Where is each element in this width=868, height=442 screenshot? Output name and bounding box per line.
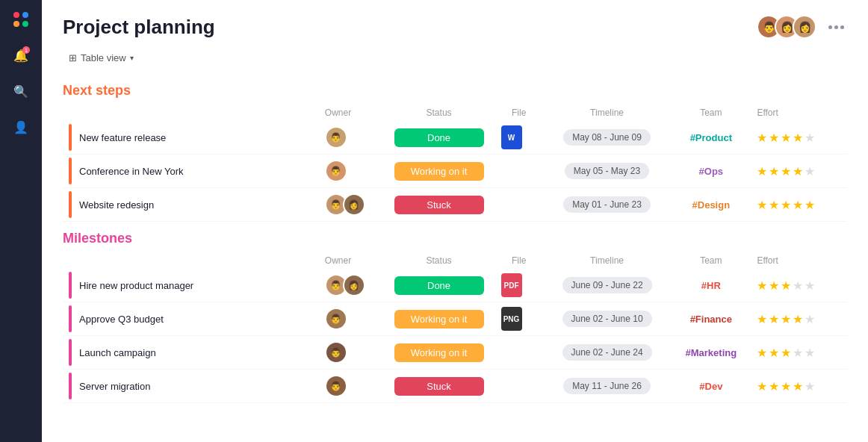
col-header-team-m: Team bbox=[671, 252, 751, 269]
timeline-badge: May 01 - June 23 bbox=[563, 196, 651, 213]
star-2: ★ bbox=[769, 312, 779, 326]
effort-cell: ★★★★★ bbox=[751, 188, 847, 222]
star-5: ★ bbox=[805, 198, 815, 212]
task-border bbox=[69, 191, 72, 218]
file-icon-png: PNG bbox=[501, 307, 522, 331]
next-steps-header-row: Owner Status File Timeline Team Effort bbox=[63, 105, 847, 121]
timeline-badge: June 02 - June 24 bbox=[562, 344, 652, 361]
task-name: Website redesign bbox=[79, 199, 154, 211]
page-header: Project planning 👨 👩 👩 bbox=[42, 0, 868, 46]
star-2: ★ bbox=[769, 164, 779, 178]
milestones-table: Owner Status File Timeline Team Effort H… bbox=[63, 252, 847, 403]
star-4: ★ bbox=[793, 278, 803, 293]
timeline-cell: June 09 - June 22 bbox=[543, 269, 671, 302]
owner-cell: 👨 bbox=[319, 155, 383, 188]
effort-stars: ★★★★★ bbox=[757, 379, 841, 393]
star-3: ★ bbox=[781, 312, 791, 326]
content-area: Next steps Owner Status File Timeline Te… bbox=[42, 74, 868, 442]
star-5: ★ bbox=[805, 164, 815, 178]
status-badge: Working on it bbox=[394, 310, 484, 329]
app-logo bbox=[10, 9, 31, 30]
milestones-body: Hire new product manager 👨👩 Done PDF Jun… bbox=[63, 269, 847, 403]
team-cell: #Product bbox=[671, 121, 751, 155]
status-badge: Stuck bbox=[394, 377, 484, 396]
star-4: ★ bbox=[793, 312, 803, 326]
star-2: ★ bbox=[769, 198, 779, 212]
col-header-owner-m: Owner bbox=[319, 252, 383, 269]
status-badge: Working on it bbox=[394, 343, 484, 362]
timeline-cell: May 05 - May 23 bbox=[543, 155, 671, 188]
team-tag: #Product bbox=[690, 132, 732, 143]
timeline-badge: June 09 - June 22 bbox=[562, 277, 652, 293]
owner-cell: 👨 bbox=[319, 302, 383, 336]
more-options-button[interactable] bbox=[825, 22, 847, 32]
timeline-badge: June 02 - June 10 bbox=[562, 311, 652, 327]
owner-avatar-0: 👨 bbox=[325, 160, 347, 182]
star-4: ★ bbox=[793, 164, 803, 178]
owner-avatar-0: 👨 bbox=[325, 341, 347, 364]
star-4: ★ bbox=[793, 379, 803, 393]
task-row[interactable]: New feature release 👨 Done W May 08 - Ju… bbox=[63, 121, 847, 155]
effort-cell: ★★★★★ bbox=[751, 370, 847, 403]
sidebar-search-icon[interactable]: 🔍 bbox=[10, 81, 31, 102]
team-cell: #Marketing bbox=[671, 336, 751, 370]
star-4: ★ bbox=[793, 198, 803, 212]
team-cell: #Ops bbox=[671, 155, 751, 188]
star-3: ★ bbox=[781, 278, 791, 293]
timeline-cell: May 08 - June 09 bbox=[543, 121, 671, 155]
task-name: Approve Q3 budget bbox=[79, 314, 164, 325]
task-border bbox=[69, 305, 72, 332]
table-view-button[interactable]: ⊞ Table view ▾ bbox=[63, 49, 140, 66]
sidebar-person-icon[interactable]: 👤 bbox=[10, 116, 31, 137]
star-3: ★ bbox=[781, 131, 791, 145]
star-2: ★ bbox=[769, 346, 779, 360]
task-name-cell: New feature release bbox=[63, 121, 319, 155]
table-view-label: Table view bbox=[81, 52, 126, 63]
next-steps-section: Next steps Owner Status File Timeline Te… bbox=[63, 83, 847, 222]
status-cell: Stuck bbox=[383, 188, 495, 222]
sidebar-bell-icon[interactable]: 🔔 1 bbox=[10, 45, 31, 66]
owner-cell: 👨 bbox=[319, 336, 383, 370]
col-header-status-m: Status bbox=[383, 252, 495, 269]
file-cell: PNG bbox=[495, 302, 543, 336]
owner-cell: 👨 bbox=[319, 370, 383, 403]
task-row[interactable]: Approve Q3 budget 👨 Working on it PNG Ju… bbox=[63, 302, 847, 336]
star-1: ★ bbox=[757, 198, 767, 212]
team-cell: #HR bbox=[671, 269, 751, 302]
col-header-timeline: Timeline bbox=[543, 105, 671, 121]
owner-cell: 👨 bbox=[319, 121, 383, 155]
file-cell bbox=[495, 370, 543, 403]
table-icon: ⊞ bbox=[69, 52, 77, 63]
timeline-badge: May 08 - June 09 bbox=[563, 129, 651, 146]
task-row[interactable]: Conference in New York 👨 Working on it M… bbox=[63, 155, 847, 188]
task-name: Server migration bbox=[79, 381, 150, 392]
timeline-badge: May 05 - May 23 bbox=[565, 163, 649, 179]
col-header-timeline-m: Timeline bbox=[543, 252, 671, 269]
col-header-file-m: File bbox=[495, 252, 543, 269]
star-1: ★ bbox=[757, 379, 767, 393]
task-name-cell: Conference in New York bbox=[63, 155, 319, 188]
effort-stars: ★★★★★ bbox=[757, 278, 841, 293]
task-row[interactable]: Launch campaign 👨 Working on it June 02 … bbox=[63, 336, 847, 370]
col-header-status: Status bbox=[383, 105, 495, 121]
notification-badge: 1 bbox=[22, 46, 30, 54]
star-3: ★ bbox=[781, 198, 791, 212]
avatar-3: 👩 bbox=[793, 15, 816, 39]
effort-stars: ★★★★★ bbox=[757, 164, 841, 178]
file-cell bbox=[495, 336, 543, 370]
task-row[interactable]: Website redesign 👨👩 Stuck May 01 - June … bbox=[63, 188, 847, 222]
task-row[interactable]: Server migration 👨 Stuck May 11 - June 2… bbox=[63, 370, 847, 403]
star-5: ★ bbox=[805, 379, 815, 393]
file-cell bbox=[495, 188, 543, 222]
star-1: ★ bbox=[757, 346, 767, 360]
star-4: ★ bbox=[793, 346, 803, 360]
star-5: ★ bbox=[805, 278, 815, 293]
owner-avatar-0: 👨 bbox=[325, 308, 347, 330]
star-2: ★ bbox=[769, 278, 779, 293]
task-row[interactable]: Hire new product manager 👨👩 Done PDF Jun… bbox=[63, 269, 847, 302]
task-border bbox=[69, 124, 72, 151]
milestones-title: Milestones bbox=[63, 231, 847, 246]
timeline-cell: June 02 - June 10 bbox=[543, 302, 671, 336]
file-cell bbox=[495, 155, 543, 188]
owner-cell: 👨👩 bbox=[319, 269, 383, 302]
